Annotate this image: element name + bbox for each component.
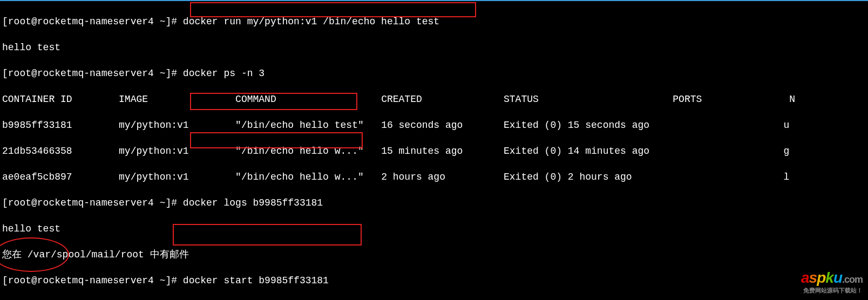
command-start: docker start b9985ff33181	[183, 275, 329, 286]
mail-notice: 您在 /var/spool/mail/root 中有邮件	[2, 248, 866, 261]
col-names: N	[789, 94, 795, 105]
cmd-line-start: [root@rocketmq-nameserver4 ~]# docker st…	[2, 274, 866, 287]
terminal-output[interactable]: [root@rocketmq-nameserver4 ~]# docker ru…	[0, 1, 868, 300]
cell-status: Exited (0) 14 minutes ago	[504, 146, 649, 156]
cell-status: Exited (0) 15 seconds ago	[504, 120, 649, 131]
cell-created: 15 minutes ago	[381, 146, 463, 156]
cell-names: u	[784, 120, 790, 131]
prompt: [root@rocketmq-nameserver4 ~]#	[2, 68, 183, 79]
output-hello-2: hello test	[2, 222, 866, 235]
cell-status: Exited (0) 2 hours ago	[504, 172, 632, 182]
table-row: 21db53466358 my/python:v1 "/bin/echo hel…	[2, 145, 866, 158]
cell-image: my/python:v1	[119, 172, 189, 182]
wm-sub: 免费网站源码下载站！	[801, 284, 863, 297]
command-ps1: docker ps -n 3	[183, 68, 265, 79]
cell-id: 21db53466358	[2, 146, 72, 156]
cell-id: ae0eaf5cb897	[2, 172, 72, 182]
col-id: CONTAINER ID	[2, 94, 72, 105]
command-logs1: docker logs b9985ff33181	[183, 197, 323, 208]
cmd-line-logs1: [root@rocketmq-nameserver4 ~]# docker lo…	[2, 196, 866, 209]
cell-names: l	[784, 172, 790, 182]
cell-id: b9985ff33181	[2, 120, 72, 131]
prompt: [root@rocketmq-nameserver4 ~]#	[2, 197, 183, 208]
table-row: ae0eaf5cb897 my/python:v1 "/bin/echo hel…	[2, 171, 866, 183]
col-command: COMMAND	[235, 94, 276, 105]
cell-created: 2 hours ago	[381, 172, 445, 182]
col-status: STATUS	[504, 94, 539, 105]
cell-created: 16 seconds ago	[381, 120, 463, 131]
col-image: IMAGE	[119, 94, 148, 105]
prompt: [root@rocketmq-nameserver4 ~]#	[2, 275, 183, 286]
watermark: aspku.com 免费网站源码下载站！	[801, 271, 863, 297]
cmd-line-run: [root@rocketmq-nameserver4 ~]# docker ru…	[2, 15, 866, 28]
cell-cmd: "/bin/echo hello w..."	[235, 146, 364, 156]
cmd-line-ps1: [root@rocketmq-nameserver4 ~]# docker ps…	[2, 67, 866, 80]
col-ports: PORTS	[673, 94, 702, 105]
command-run: docker run my/python:v1 /bin/echo hello …	[183, 16, 439, 27]
cell-names: g	[784, 146, 790, 156]
table-row: b9985ff33181 my/python:v1 "/bin/echo hel…	[2, 119, 866, 132]
col-created: CREATED	[381, 94, 422, 105]
cell-image: my/python:v1	[119, 120, 189, 131]
ps-header-1: CONTAINER ID IMAGE COMMAND CREATED STATU…	[2, 93, 866, 106]
cell-cmd: "/bin/echo hello w..."	[235, 172, 364, 182]
wm-dotcom: .com	[842, 274, 863, 285]
output-hello-1: hello test	[2, 41, 866, 54]
prompt: [root@rocketmq-nameserver4 ~]#	[2, 16, 183, 27]
cell-cmd: "/bin/echo hello test"	[235, 120, 364, 131]
cell-image: my/python:v1	[119, 146, 189, 156]
